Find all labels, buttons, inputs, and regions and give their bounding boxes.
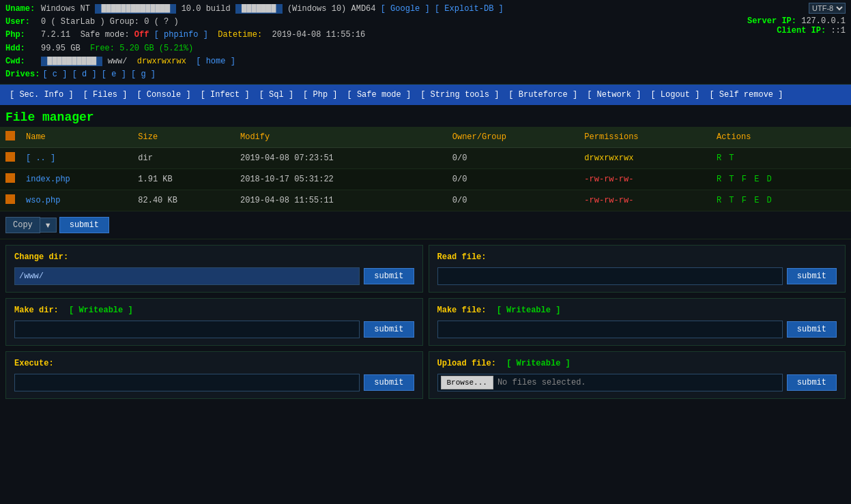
make-file-label: Make file: [ Writeable ]: [437, 306, 837, 315]
action-r[interactable]: R: [717, 153, 721, 163]
upload-file-input-row: Browse... No files selected. submit: [437, 374, 837, 391]
read-file-submit[interactable]: submit: [787, 268, 837, 284]
browse-button[interactable]: Browse...: [441, 376, 493, 389]
change-dir-label: Change dir:: [14, 252, 414, 262]
change-dir-input[interactable]: [14, 267, 360, 285]
user-value: 0 ( StarLab ) Group: 0 ( ? ): [41, 16, 179, 29]
row-owner: 0/0: [447, 169, 579, 190]
file-name-link[interactable]: wso.php: [26, 196, 60, 205]
nav-sec-info[interactable]: [ Sec. Info ]: [5, 89, 78, 101]
panel-row-2: Make dir: [ Writeable ] submit Make file…: [5, 298, 846, 346]
change-dir-input-row: submit: [14, 267, 414, 285]
upload-submit[interactable]: submit: [787, 374, 837, 391]
nav-safe-mode[interactable]: [ Safe mode ]: [343, 89, 416, 101]
row-name: wso.php: [20, 190, 132, 211]
execute-input[interactable]: [14, 374, 360, 391]
upload-file-panel: Upload file: [ Writeable ] Browse... No …: [429, 351, 846, 399]
navbar: [ Sec. Info ] [ Files ] [ Console ] [ In…: [0, 85, 851, 105]
action-t[interactable]: T: [729, 175, 734, 184]
encoding-select[interactable]: UTF-8: [809, 3, 846, 14]
copy-button[interactable]: Copy: [5, 217, 40, 233]
nav-bruteforce[interactable]: [ Bruteforce ]: [504, 89, 581, 101]
file-name-link[interactable]: index.php: [26, 175, 70, 184]
server-info: UTF-8 Server IP: 127.0.0.1 Client IP: ::…: [747, 3, 846, 35]
make-file-input[interactable]: [437, 321, 783, 338]
action-t[interactable]: T: [729, 153, 734, 163]
row-checkbox: [0, 148, 20, 169]
row-name: [ .. ]: [20, 148, 132, 169]
upload-file-writeable: [ Writeable ]: [506, 359, 571, 368]
row-actions: R T F E D: [711, 169, 851, 190]
nav-console[interactable]: [ Console ]: [132, 89, 194, 101]
change-dir-submit[interactable]: submit: [364, 268, 414, 284]
make-dir-panel: Make dir: [ Writeable ] submit: [5, 298, 423, 346]
server-ip-label: Server IP:: [747, 16, 796, 26]
row-modify: 2019-04-08 07:23:51: [235, 148, 447, 169]
make-dir-input[interactable]: [14, 321, 360, 338]
file-icon: [5, 152, 15, 162]
col-owner: Owner/Group: [447, 127, 579, 148]
nav-sql[interactable]: [ Sql ]: [255, 89, 298, 101]
file-name-link[interactable]: [ .. ]: [26, 153, 55, 163]
nav-php[interactable]: [ Php ]: [299, 89, 341, 101]
row-actions: R T F E D: [711, 190, 851, 211]
read-file-input-row: submit: [437, 267, 837, 285]
nav-logout[interactable]: [ Logout ]: [646, 89, 704, 101]
home-link[interactable]: [ home ]: [191, 57, 235, 66]
row-actions: R T: [711, 148, 851, 169]
copy-submit-button[interactable]: submit: [59, 217, 109, 233]
row-checkbox: [0, 190, 20, 211]
action-r[interactable]: R: [717, 196, 721, 205]
col-size: Size: [132, 127, 235, 148]
action-e[interactable]: E: [754, 175, 759, 184]
panel-row-3: Execute: submit Upload file: [ Writeable…: [5, 351, 846, 399]
action-t[interactable]: T: [729, 196, 734, 205]
uname-label: Uname:: [5, 3, 38, 16]
action-d[interactable]: D: [767, 196, 772, 205]
col-checkbox: [0, 127, 20, 148]
drives-label: Drives:: [5, 68, 40, 81]
row-owner: 0/0: [447, 190, 579, 211]
cwd-label: Cwd:: [5, 55, 38, 68]
make-file-panel: Make file: [ Writeable ] submit: [429, 298, 846, 346]
nav-self-remove[interactable]: [ Self remove ]: [705, 89, 787, 101]
hdd-label: Hdd:: [5, 42, 38, 55]
exploitdb-link[interactable]: [ Exploit-DB ]: [435, 4, 504, 14]
row-modify: 2019-04-08 11:55:11: [235, 190, 447, 211]
action-f[interactable]: F: [742, 175, 747, 184]
drives-value: [ c ] [ d ] [ e ] [ g ]: [42, 68, 156, 81]
nav-infect[interactable]: [ Infect ]: [197, 89, 254, 101]
action-f[interactable]: F: [742, 196, 747, 205]
cwd-value: ██████████ www/ drwxrwxrwx [ home ]: [41, 55, 235, 68]
action-d[interactable]: D: [767, 175, 772, 184]
nav-network[interactable]: [ Network ]: [583, 89, 645, 101]
make-dir-submit[interactable]: submit: [364, 321, 414, 338]
read-file-label: Read file:: [437, 252, 837, 262]
execute-panel: Execute: submit: [5, 351, 423, 399]
page-title: File manager: [5, 110, 94, 124]
execute-submit[interactable]: submit: [364, 374, 414, 391]
client-ip-label: Client IP:: [777, 26, 826, 35]
table-row: wso.php 82.40 KB 2019-04-08 11:55:11 0/0…: [0, 190, 851, 211]
action-r[interactable]: R: [717, 175, 721, 184]
read-file-input[interactable]: [437, 267, 783, 285]
make-dir-writeable: [ Writeable ]: [69, 306, 133, 315]
copy-dropdown-arrow[interactable]: ▼: [40, 218, 57, 233]
execute-input-row: submit: [14, 374, 414, 391]
phpinfo-link[interactable]: [ phpinfo ]: [154, 30, 208, 40]
table-row: index.php 1.91 KB 2018-10-17 05:31:22 0/…: [0, 169, 851, 190]
nav-files[interactable]: [ Files ]: [79, 89, 132, 101]
google-link[interactable]: [ Google ]: [381, 4, 430, 14]
nav-string-tools[interactable]: [ String tools ]: [416, 89, 503, 101]
col-actions: Actions: [711, 127, 851, 148]
row-permissions: -rw-rw-rw-: [579, 190, 711, 211]
row-permissions: drwxrwxrwx: [579, 148, 711, 169]
col-permissions: Permissions: [579, 127, 711, 148]
action-e[interactable]: E: [754, 196, 759, 205]
file-table: Name Size Modify Owner/Group Permissions…: [0, 127, 851, 211]
panels-area: Change dir: submit Read file: submit Mak…: [0, 239, 851, 410]
make-file-submit[interactable]: submit: [787, 321, 837, 338]
page-title-bar: File manager: [0, 105, 851, 127]
select-all-icon[interactable]: [5, 131, 15, 140]
row-checkbox: [0, 169, 20, 190]
